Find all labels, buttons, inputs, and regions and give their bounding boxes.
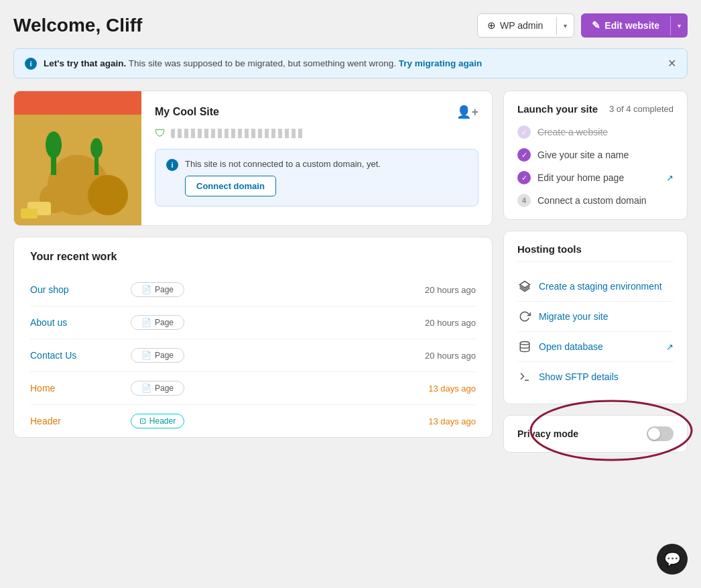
site-name-row: My Cool Site 👤+ xyxy=(155,105,479,119)
recent-work-card: Your recent work Our shop 📄 Page 20 hour… xyxy=(13,237,493,438)
page-icon: 📄 xyxy=(141,351,151,360)
work-time-old: 13 days ago xyxy=(428,416,476,426)
database-ext-icon[interactable]: ↗ xyxy=(666,342,674,352)
page-icon: 📄 xyxy=(141,384,151,393)
work-type-page: 📄 Page xyxy=(131,282,184,297)
banner-text: Let's try that again. This site was supp… xyxy=(44,58,661,68)
page-label: Page xyxy=(155,351,174,360)
edit-website-dropdown[interactable]: ▾ xyxy=(670,16,688,36)
step-check-done-icon: ✓ xyxy=(517,148,531,162)
launch-card: Launch your site 3 of 4 completed ✓ Crea… xyxy=(503,91,688,220)
hosting-item-sftp[interactable]: Show SFTP details xyxy=(517,362,674,392)
work-name-home[interactable]: Home xyxy=(30,383,117,394)
launch-step-3: ✓ Edit your home page ↗ xyxy=(517,171,674,184)
site-thumbnail xyxy=(14,91,141,225)
step-label: Connect a custom domain xyxy=(537,195,647,206)
launch-step-1: ✓ Create a website xyxy=(517,125,674,139)
page-icon: 📄 xyxy=(141,285,151,294)
step-label: Edit your home page xyxy=(537,172,624,183)
table-row: Header ⊡ Header 13 days ago xyxy=(30,405,476,437)
page-icon: 📄 xyxy=(141,318,151,327)
recent-work-title: Your recent work xyxy=(30,251,476,263)
site-info: My Cool Site 👤+ 🛡 i This site is not con… xyxy=(141,91,492,225)
site-url-redacted xyxy=(171,129,305,138)
edit-website-button[interactable]: ✎ Edit website ▾ xyxy=(581,13,688,38)
step-check-done-icon: ✓ xyxy=(517,171,531,184)
page-title: Welcome, Cliff xyxy=(13,15,142,36)
hosting-item-database[interactable]: Open database ↗ xyxy=(517,332,674,362)
recent-work-table: Our shop 📄 Page 20 hours ago About us 📄 … xyxy=(30,274,476,437)
site-url-row: 🛡 xyxy=(155,127,479,139)
wp-admin-main[interactable]: ⊕ WP admin xyxy=(478,14,552,37)
domain-notice-text: This site is not connected to a custom d… xyxy=(185,159,381,169)
work-time-old: 13 days ago xyxy=(428,384,476,394)
domain-notice-content: This site is not connected to a custom d… xyxy=(185,159,381,196)
chat-bubble-button[interactable]: 💬 xyxy=(657,544,688,575)
header-icon: ⊡ xyxy=(139,416,146,426)
wp-admin-label: WP admin xyxy=(500,20,543,31)
site-image-inner xyxy=(14,91,141,225)
work-type-page: 📄 Page xyxy=(131,315,184,330)
work-type-header: ⊡ Header xyxy=(131,414,184,428)
connect-domain-button[interactable]: Connect domain xyxy=(185,176,276,196)
table-row: Contact Us 📄 Page 20 hours ago xyxy=(30,339,476,372)
work-name-header[interactable]: Header xyxy=(30,416,117,426)
launch-progress: 3 of 4 completed xyxy=(609,104,674,114)
external-link-icon[interactable]: ↗ xyxy=(666,173,674,183)
step-number: 4 xyxy=(517,194,531,207)
work-time: 20 hours ago xyxy=(425,351,476,361)
chevron-down-white-icon: ▾ xyxy=(678,22,681,30)
launch-title: Launch your site xyxy=(517,103,598,115)
launch-step-4[interactable]: 4 Connect a custom domain xyxy=(517,194,674,207)
banner-bold: Let's try that again. xyxy=(44,58,126,68)
shield-icon: 🛡 xyxy=(155,127,166,139)
hosting-item-staging[interactable]: Create a staging environment xyxy=(517,272,674,302)
sftp-label: Show SFTP details xyxy=(539,371,674,382)
hosting-item-migrate[interactable]: Migrate your site xyxy=(517,302,674,332)
step-label: Give your site a name xyxy=(537,150,629,160)
privacy-toggle[interactable] xyxy=(647,426,674,441)
right-panel: Launch your site 3 of 4 completed ✓ Crea… xyxy=(503,91,688,453)
table-row: About us 📄 Page 20 hours ago xyxy=(30,306,476,339)
site-name-text: My Cool Site xyxy=(155,106,219,118)
work-name-aboutus[interactable]: About us xyxy=(30,317,117,328)
chevron-down-icon: ▾ xyxy=(564,22,567,30)
privacy-row: Privacy mode xyxy=(517,426,674,441)
toggle-knob xyxy=(648,428,660,440)
edit-website-main[interactable]: ✎ Edit website xyxy=(581,13,670,38)
edit-icon: ✎ xyxy=(592,19,600,32)
work-time: 20 hours ago xyxy=(425,285,476,295)
header-actions: ⊕ WP admin ▾ ✎ Edit website ▾ xyxy=(477,13,688,38)
hosting-tools-title: Hosting tools xyxy=(517,243,674,262)
work-name-ourshop[interactable]: Our shop xyxy=(30,284,117,295)
wp-icon: ⊕ xyxy=(487,19,496,32)
launch-header: Launch your site 3 of 4 completed xyxy=(517,103,674,115)
hosting-tools-card: Hosting tools Create a staging environme… xyxy=(503,231,688,404)
add-user-icon[interactable]: 👤+ xyxy=(456,105,479,119)
close-icon[interactable]: ✕ xyxy=(667,57,676,70)
page-header: Welcome, Cliff ⊕ WP admin ▾ ✎ Edit websi… xyxy=(13,13,688,38)
step-check-done-icon: ✓ xyxy=(517,125,531,139)
wp-admin-button[interactable]: ⊕ WP admin ▾ xyxy=(477,13,574,38)
migrate-again-link[interactable]: Try migrating again xyxy=(399,58,483,68)
table-row: Our shop 📄 Page 20 hours ago xyxy=(30,274,476,306)
table-row: Home 📄 Page 13 days ago xyxy=(30,372,476,405)
privacy-mode-label: Privacy mode xyxy=(517,428,578,439)
svg-point-1 xyxy=(520,342,529,345)
site-card: My Cool Site 👤+ 🛡 i This site is not con… xyxy=(13,91,493,226)
page-label: Page xyxy=(155,384,174,393)
work-name-contactus[interactable]: Contact Us xyxy=(30,350,117,361)
page-label: Page xyxy=(155,285,174,294)
info-icon: i xyxy=(25,58,37,70)
privacy-card: Privacy mode xyxy=(503,415,688,453)
edit-website-label: Edit website xyxy=(604,20,659,31)
left-panel: My Cool Site 👤+ 🛡 i This site is not con… xyxy=(13,91,493,453)
chat-icon: 💬 xyxy=(664,551,681,567)
database-icon xyxy=(517,339,532,354)
banner-message: This site was supposed to be migrated, b… xyxy=(129,58,396,68)
domain-info-icon: i xyxy=(166,159,178,171)
page-label: Page xyxy=(155,318,174,327)
header-label: Header xyxy=(149,416,176,426)
migration-banner: i Let's try that again. This site was su… xyxy=(13,48,688,78)
wp-admin-dropdown[interactable]: ▾ xyxy=(556,17,574,35)
